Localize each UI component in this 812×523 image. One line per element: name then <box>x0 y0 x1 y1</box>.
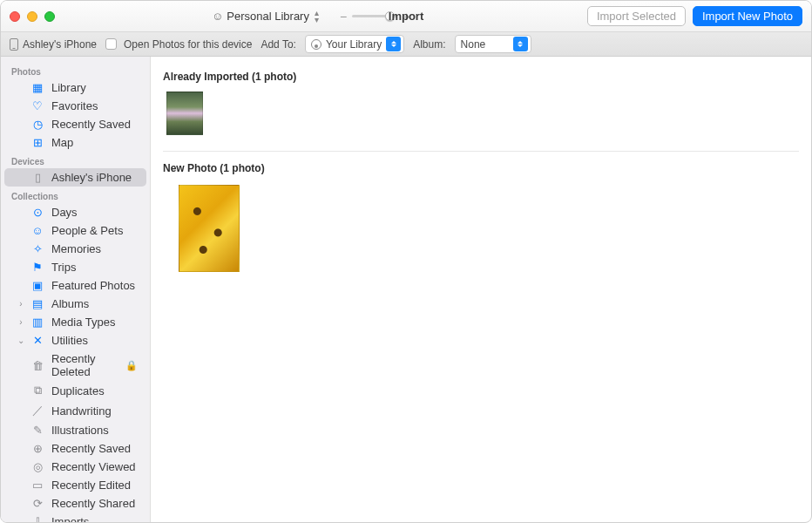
sidebar-item-label: Imports <box>51 515 138 522</box>
chevron-down-icon[interactable]: ⌄ <box>17 336 25 345</box>
already-imported-header: Already Imported (1 photo) <box>163 65 799 88</box>
chevron-right-icon[interactable]: › <box>17 299 25 309</box>
sidebar-item-illustrations[interactable]: ✎Illustrations <box>4 421 146 439</box>
featured-icon: ▣ <box>30 279 44 292</box>
minimize-window[interactable] <box>27 11 37 22</box>
map-icon: ⊞ <box>30 136 44 149</box>
shared-icon: ⟳ <box>30 497 44 510</box>
library-picker-label: Personal Library <box>227 10 309 23</box>
people-icon: ☺ <box>30 224 44 237</box>
sidebar-item-map[interactable]: ⊞Map <box>4 133 146 152</box>
album-label: Album: <box>413 38 445 51</box>
illustrations-icon: ✎ <box>30 424 44 437</box>
zoom-out-icon: − <box>340 10 347 24</box>
sidebar-item-recently-deleted[interactable]: 🗑Recently Deleted🔒 <box>4 350 146 381</box>
sidebar-item-recently-saved[interactable]: ⊕Recently Saved <box>4 439 146 458</box>
add-to-value: Your Library <box>326 38 382 51</box>
sidebar-item-albums[interactable]: ›▤Albums <box>4 295 146 313</box>
new-photo-header: New Photo (1 photo) <box>163 157 799 180</box>
already-imported-thumbnail[interactable] <box>166 92 203 135</box>
sidebar-item-label: Featured Photos <box>51 279 138 292</box>
sidebar-section-header: Photos <box>1 62 150 78</box>
sidebar-section-header: Collections <box>1 187 150 203</box>
sidebar-item-imports[interactable]: ⇩Imports <box>4 513 146 522</box>
chevron-updown-icon: ▴▾ <box>315 10 319 24</box>
duplicates-icon: ⧉ <box>30 384 44 397</box>
sidebar-item-label: Illustrations <box>51 424 138 437</box>
window-title: Import <box>389 10 423 23</box>
album-select[interactable]: None <box>455 35 531 53</box>
source-device: Ashley's iPhone <box>10 38 97 51</box>
sidebar-item-media-types[interactable]: ›▥Media Types <box>4 313 146 331</box>
clock-icon: ◷ <box>30 118 44 131</box>
sidebar-item-label: Recently Viewed <box>51 460 138 473</box>
sidebar-item-label: People & Pets <box>51 224 138 237</box>
sidebar-item-label: Albums <box>51 297 138 310</box>
viewed-icon: ◎ <box>30 460 44 473</box>
sidebar-item-label: Duplicates <box>51 384 138 397</box>
lock-icon: 🔒 <box>125 360 138 371</box>
sidebar-item-label: Recently Saved <box>51 442 138 455</box>
add-to-select[interactable]: Your Library <box>305 35 404 53</box>
media-icon: ▥ <box>30 316 44 329</box>
memories-icon: ✧ <box>30 242 44 255</box>
sidebar-item-label: Ashley's iPhone <box>51 171 138 184</box>
sidebar-item-recently-edited[interactable]: ▭Recently Edited <box>4 476 146 494</box>
sidebar-item-label: Recently Saved <box>51 118 138 131</box>
imports-icon: ⇩ <box>30 515 44 522</box>
titlebar: ☺ Personal Library ▴▾ − + Import Import … <box>1 1 811 32</box>
sidebar-item-ashley-s-iphone[interactable]: ▯Ashley's iPhone <box>4 168 146 187</box>
library-picker[interactable]: ☺ Personal Library ▴▾ <box>206 8 324 25</box>
phone-icon: ▯ <box>30 171 44 184</box>
open-photos-label: Open Photos for this device <box>124 38 252 51</box>
chevron-updown-icon <box>386 37 401 51</box>
sidebar-item-featured-photos[interactable]: ▣Featured Photos <box>4 276 146 295</box>
saved-icon: ⊕ <box>30 442 44 455</box>
sidebar-item-memories[interactable]: ✧Memories <box>4 240 146 258</box>
sidebar-item-utilities[interactable]: ⌄✕Utilities <box>4 331 146 350</box>
sidebar-item-people-pets[interactable]: ☺People & Pets <box>4 221 146 240</box>
heart-icon: ♡ <box>30 99 44 112</box>
window-controls <box>10 11 55 22</box>
sidebar-item-label: Recently Deleted <box>51 352 118 378</box>
pin-icon: ⚑ <box>30 261 44 274</box>
sidebar-item-days[interactable]: ⊙Days <box>4 203 146 221</box>
utilities-icon: ✕ <box>30 334 44 347</box>
import-selected-button[interactable]: Import Selected <box>587 6 686 26</box>
sidebar-item-trips[interactable]: ⚑Trips <box>4 258 146 276</box>
chevron-right-icon[interactable]: › <box>17 317 25 327</box>
sidebar-item-label: Utilities <box>51 334 138 347</box>
sidebar: Photos▦Library♡Favorites◷Recently Saved⊞… <box>1 57 151 522</box>
sidebar-item-favorites[interactable]: ♡Favorites <box>4 97 146 115</box>
sidebar-item-recently-viewed[interactable]: ◎Recently Viewed <box>4 458 146 476</box>
sidebar-item-duplicates[interactable]: ⧉Duplicates <box>4 381 146 400</box>
sidebar-item-library[interactable]: ▦Library <box>4 78 146 97</box>
add-to-label: Add To: <box>261 38 295 51</box>
content-area: Already Imported (1 photo) New Photo (1 … <box>151 57 811 522</box>
handwriting-icon: ／ <box>30 403 44 418</box>
sidebar-item-label: Handwriting <box>51 404 138 418</box>
library-icon: ▦ <box>30 81 44 94</box>
person-icon <box>311 39 321 50</box>
sidebar-item-handwriting[interactable]: ／Handwriting <box>4 400 146 421</box>
sidebar-item-recently-saved[interactable]: ◷Recently Saved <box>4 115 146 133</box>
sidebar-item-recently-shared[interactable]: ⟳Recently Shared <box>4 494 146 513</box>
new-photo-thumbnail[interactable] <box>179 185 240 272</box>
sidebar-item-label: Favorites <box>51 99 138 112</box>
checkbox-box[interactable] <box>105 38 117 50</box>
sidebar-item-label: Memories <box>51 242 138 255</box>
sidebar-item-label: Media Types <box>51 316 138 329</box>
chevron-updown-icon <box>513 37 528 51</box>
fullscreen-window[interactable] <box>44 11 55 22</box>
import-options-toolbar: Ashley's iPhone Open Photos for this dev… <box>1 32 811 57</box>
import-new-photo-button[interactable]: Import New Photo <box>693 6 802 26</box>
sidebar-item-label: Recently Shared <box>51 497 138 510</box>
sidebar-item-label: Trips <box>51 261 138 274</box>
albums-icon: ▤ <box>30 297 44 310</box>
person-icon: ☺ <box>212 10 223 23</box>
calendar-icon: ⊙ <box>30 206 44 219</box>
sidebar-item-label: Recently Edited <box>51 479 138 492</box>
close-window[interactable] <box>10 11 20 22</box>
open-photos-checkbox[interactable]: Open Photos for this device <box>105 38 252 51</box>
sidebar-item-label: Map <box>51 136 138 149</box>
